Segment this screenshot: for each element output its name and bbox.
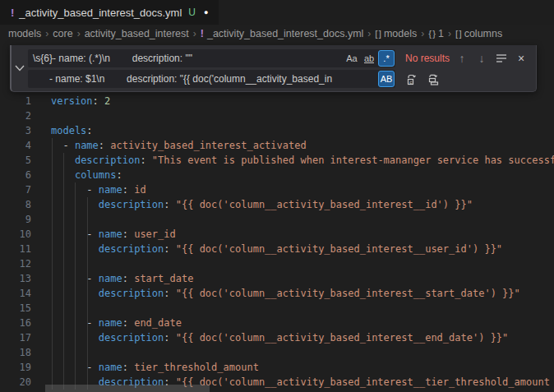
symbol-kind-icon: [ ] <box>455 29 461 39</box>
code-text: - name: user_id <box>51 227 176 242</box>
breadcrumb-separator: › <box>45 28 48 39</box>
code-line[interactable]: 3models: <box>0 123 554 138</box>
code-text: - name: end_date <box>51 316 182 330</box>
code-line[interactable]: 11 description: "{{ doc('column__activit… <box>0 242 554 256</box>
previous-match-button[interactable]: ↑ <box>454 50 470 67</box>
breadcrumb-separator: › <box>77 28 81 39</box>
line-number: 10 <box>0 227 31 242</box>
line-number: 1 <box>0 94 31 108</box>
code-text: description: "{{ doc('column__activity_b… <box>51 242 502 256</box>
next-match-button[interactable]: ↓ <box>473 50 490 67</box>
code-line[interactable]: 1version: 2 <box>0 94 554 108</box>
chevron-down-icon <box>15 65 25 71</box>
code-line[interactable]: 6 columns: <box>0 168 554 182</box>
replace-button[interactable]: c <box>404 71 420 87</box>
find-row: \s{6}- name: (.*)\n description: "" Aa a… <box>28 49 529 67</box>
breadcrumb-separator: › <box>367 28 371 39</box>
code-text: - name: id <box>51 182 146 197</box>
vscode-window: ! _activity_based_interest_docs.yml U ● … <box>0 0 554 392</box>
code-text: - name: start_date <box>51 271 193 286</box>
close-find-button[interactable]: × <box>513 50 529 67</box>
code-line[interactable]: 13 - name: start_date <box>0 271 554 286</box>
preserve-case-toggle[interactable]: AB <box>378 71 395 87</box>
breadcrumb-label: columns <box>464 28 503 39</box>
code-text: version: 2 <box>51 94 110 108</box>
line-number: 17 <box>0 330 31 345</box>
symbol-kind-icon: [ ] <box>375 29 381 39</box>
code-text: description: "{{ doc('column__activity_b… <box>51 330 508 345</box>
find-in-selection-button[interactable] <box>493 50 510 67</box>
code-line[interactable]: 10 - name: user_id <box>0 227 554 242</box>
line-number: 18 <box>0 345 31 360</box>
breadcrumb-label: models <box>8 28 41 39</box>
line-number: 13 <box>0 271 31 286</box>
code-text: description: "This event is published wh… <box>51 153 554 168</box>
yaml-file-icon: ! <box>201 28 204 39</box>
line-number: 6 <box>0 168 31 182</box>
breadcrumb-separator: › <box>448 28 451 39</box>
replace-all-button[interactable] <box>425 71 441 87</box>
code-line[interactable]: 16 - name: end_date <box>0 316 554 330</box>
line-number: 20 <box>0 375 31 390</box>
code-line[interactable]: 8 description: "{{ doc('column__activity… <box>0 197 554 212</box>
line-number: 8 <box>0 197 31 212</box>
line-number: 19 <box>0 360 31 375</box>
code-line[interactable]: 17 description: "{{ doc('column__activit… <box>0 330 554 345</box>
whole-word-toggle[interactable]: ab <box>361 50 377 67</box>
regex-toggle[interactable]: .* <box>378 50 395 67</box>
breadcrumb-separator: › <box>193 28 196 39</box>
breadcrumb-item[interactable]: { }1 <box>428 28 444 39</box>
toggle-replace-button[interactable] <box>12 45 28 91</box>
code-lines: 1version: 223models:4 - name: activity_b… <box>0 94 554 390</box>
line-number: 16 <box>0 316 31 330</box>
replace-row: - name: $1\n description: "{{ doc('colum… <box>28 70 529 88</box>
breadcrumb-label: models <box>384 28 417 39</box>
match-case-toggle[interactable]: Aa <box>344 50 360 67</box>
find-replace-widget: \s{6}- name: (.*)\n description: "" Aa a… <box>10 45 537 92</box>
code-line[interactable]: 2 <box>0 108 554 123</box>
code-line[interactable]: 7 - name: id <box>0 182 554 197</box>
symbol-kind-icon: { } <box>428 29 435 39</box>
code-line[interactable]: 9 <box>0 212 554 227</box>
line-number: 12 <box>0 256 31 271</box>
code-text: - name: activity_based_interest_activate… <box>51 138 307 153</box>
breadcrumb-item[interactable]: models <box>8 28 41 39</box>
breadcrumb-label: activity_based_interest <box>85 28 189 39</box>
tab-filename: _activity_based_interest_docs.yml <box>19 7 182 19</box>
replace-input[interactable]: - name: $1\n description: "{{ doc('colum… <box>28 70 395 88</box>
line-number: 11 <box>0 242 31 256</box>
breadcrumb-item[interactable]: [ ]columns <box>455 28 502 39</box>
svg-text:c: c <box>409 79 412 84</box>
breadcrumb-item[interactable]: [ ]models <box>375 28 417 39</box>
breadcrumb-label: 1 <box>438 28 444 39</box>
code-line[interactable]: 4 - name: activity_based_interest_activa… <box>0 138 554 153</box>
tab-active-file[interactable]: ! _activity_based_interest_docs.yml U ● <box>0 0 219 25</box>
code-text: columns: <box>51 168 122 182</box>
breadcrumb-item[interactable]: core <box>53 28 72 39</box>
yaml-file-icon: ! <box>11 7 14 19</box>
unsaved-changes-dot-icon[interactable]: ● <box>204 8 208 16</box>
code-line[interactable]: 12 <box>0 256 554 271</box>
code-text: models: <box>51 123 93 138</box>
horizontal-scrollbar[interactable] <box>45 385 210 392</box>
breadcrumb-item[interactable]: activity_based_interest <box>85 28 189 39</box>
editor-pane[interactable]: 1version: 223models:4 - name: activity_b… <box>0 43 554 392</box>
line-number: 9 <box>0 212 31 227</box>
breadcrumb-label: core <box>53 28 72 39</box>
tab-bar: ! _activity_based_interest_docs.yml U ● <box>0 0 554 25</box>
code-line[interactable]: 18 <box>0 345 554 360</box>
breadcrumb-separator: › <box>421 28 424 39</box>
code-line[interactable]: 14 description: "{{ doc('column__activit… <box>0 286 554 301</box>
find-query-text: \s{6}- name: (.*)\n description: "" <box>28 53 344 64</box>
line-number: 15 <box>0 301 31 316</box>
find-status-text: No results <box>405 53 450 64</box>
code-line[interactable]: 15 <box>0 301 554 316</box>
find-input[interactable]: \s{6}- name: (.*)\n description: "" Aa a… <box>28 49 395 67</box>
line-number: 2 <box>0 108 31 123</box>
code-text: description: "{{ doc('column__activity_b… <box>51 197 473 212</box>
code-line[interactable]: 19 - name: tier_threshold_amount <box>0 360 554 375</box>
line-number: 7 <box>0 182 31 197</box>
code-line[interactable]: 5 description: "This event is published … <box>0 153 554 168</box>
line-number: 3 <box>0 123 31 138</box>
breadcrumb-item[interactable]: !_activity_based_interest_docs.yml <box>201 28 364 39</box>
